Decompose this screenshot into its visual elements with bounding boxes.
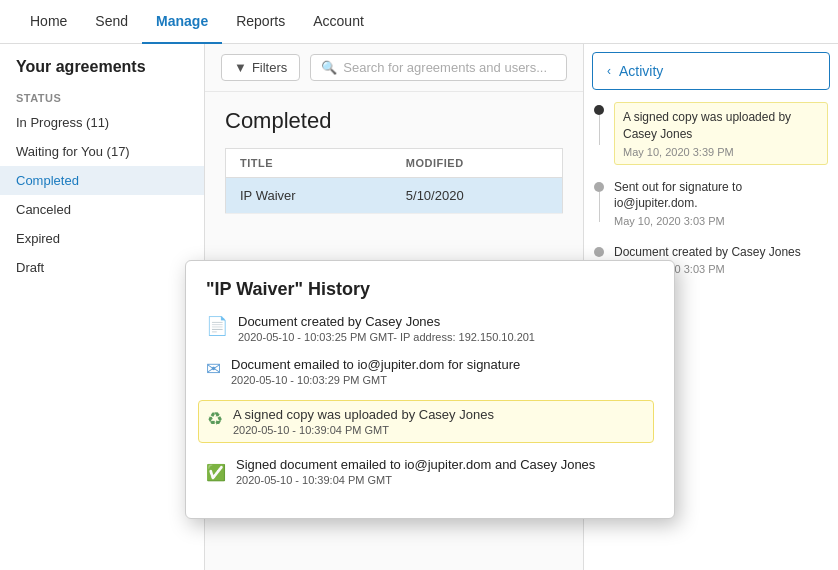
activity-header[interactable]: ‹ Activity [592,52,830,90]
sidebar-item-expired[interactable]: Expired [0,224,204,253]
timeline-dot-0 [594,105,604,115]
filter-icon: ▼ [234,60,247,75]
col-title: TITLE [226,149,392,178]
timeline-item-0: A signed copy was uploaded by Casey Jone… [594,102,828,165]
timeline-content-0: A signed copy was uploaded by Casey Jone… [614,102,828,165]
document-icon: 📄 [206,315,228,337]
sidebar-item-in-progress[interactable]: In Progress (11) [0,108,204,137]
timeline-text-2: Document created by Casey Jones [614,244,828,261]
history-popup: "IP Waiver" History 📄 Document created b… [185,260,675,519]
timeline-text-0: A signed copy was uploaded by Casey Jone… [623,109,819,143]
row-title: IP Waiver [226,178,392,214]
sidebar-item-completed[interactable]: Completed [0,166,204,195]
history-text-1: Document emailed to io@jupiter.dom for s… [231,357,520,372]
checkmark-icon: ✅ [206,463,226,482]
history-text-2: A signed copy was uploaded by Casey Jone… [233,407,494,422]
sidebar-item-draft[interactable]: Draft [0,253,204,282]
history-item-3: ✅ Signed document emailed to io@jupiter.… [206,457,654,486]
history-text-3: Signed document emailed to io@jupiter.do… [236,457,595,472]
timeline-time-1: May 10, 2020 3:03 PM [614,214,828,229]
status-label: STATUS [0,86,204,108]
search-icon: 🔍 [321,60,337,75]
timeline-dot-2 [594,247,604,257]
timeline-content-1: Sent out for signature to io@jupiter.dom… [614,179,828,230]
search-placeholder: Search for agreements and users... [343,60,547,75]
email-icon: ✉ [206,358,221,380]
section-title: Completed [225,108,563,134]
filter-button[interactable]: ▼ Filters [221,54,300,81]
timeline-dot-1 [594,182,604,192]
history-meta-3: 2020-05-10 - 10:39:04 PM GMT [236,474,595,486]
timeline-item-1: Sent out for signature to io@jupiter.dom… [594,179,828,230]
sidebar-item-canceled[interactable]: Canceled [0,195,204,224]
history-item-0: 📄 Document created by Casey Jones 2020-0… [206,314,654,343]
timeline-text-1: Sent out for signature to io@jupiter.dom… [614,179,828,213]
activity-label: Activity [619,63,663,79]
history-title: "IP Waiver" History [206,279,654,300]
top-navigation: Home Send Manage Reports Account [0,0,838,44]
nav-home[interactable]: Home [16,0,81,44]
history-item-2: ♻ A signed copy was uploaded by Casey Jo… [198,400,654,443]
nav-manage[interactable]: Manage [142,0,222,44]
history-meta-2: 2020-05-10 - 10:39:04 PM GMT [233,424,494,436]
history-meta-0: 2020-05-10 - 10:03:25 PM GMT- IP address… [238,331,535,343]
filter-label: Filters [252,60,287,75]
nav-reports[interactable]: Reports [222,0,299,44]
col-modified: MODIFIED [392,149,563,178]
upload-icon: ♻ [207,408,223,430]
history-item-1: ✉ Document emailed to io@jupiter.dom for… [206,357,654,386]
nav-send[interactable]: Send [81,0,142,44]
chevron-left-icon: ‹ [607,64,611,78]
content-toolbar: ▼ Filters 🔍 Search for agreements and us… [205,44,583,92]
history-text-0: Document created by Casey Jones [238,314,535,329]
history-meta-1: 2020-05-10 - 10:03:29 PM GMT [231,374,520,386]
row-modified: 5/10/2020 [392,178,563,214]
table-row[interactable]: IP Waiver 5/10/2020 [226,178,563,214]
search-box[interactable]: 🔍 Search for agreements and users... [310,54,567,81]
nav-account[interactable]: Account [299,0,378,44]
sidebar-item-waiting[interactable]: Waiting for You (17) [0,137,204,166]
sidebar: Your agreements STATUS In Progress (11) … [0,44,205,570]
agreements-table: TITLE MODIFIED IP Waiver 5/10/2020 [225,148,563,214]
sidebar-title: Your agreements [0,58,204,86]
timeline-time-0: May 10, 2020 3:39 PM [623,146,819,158]
